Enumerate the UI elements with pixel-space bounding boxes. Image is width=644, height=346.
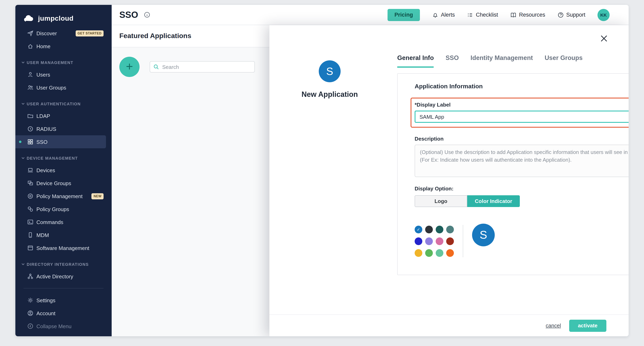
vertical-divider (463, 225, 463, 257)
page-title: SSO (119, 10, 138, 20)
sidebar-section-directory-integrations[interactable]: DIRECTORY INTEGRATIONS (15, 258, 112, 270)
display-label-input[interactable] (415, 111, 629, 123)
display-label-label: *Display Label (415, 102, 629, 108)
alerts-label: Alerts (441, 12, 455, 18)
support-button[interactable]: Support (557, 12, 585, 18)
application-identity: S New Application (293, 60, 366, 99)
tab-identity-management[interactable]: Identity Management (470, 54, 533, 68)
sidebar-item-home[interactable]: Home (15, 40, 106, 53)
top-header: SSO Pricing Alerts Checklist Resources (112, 5, 629, 25)
color-swatch[interactable] (436, 226, 443, 233)
application-name: New Application (293, 90, 366, 99)
color-swatch[interactable] (425, 237, 433, 245)
sidebar: jumpcloud Discover GET STARTED Home USER… (15, 5, 112, 336)
sidebar-item-mdm[interactable]: MDM (15, 229, 106, 241)
sidebar-item-policy-management[interactable]: Policy Management NEW (15, 190, 106, 203)
activate-button[interactable]: activate (569, 319, 606, 332)
check-icon: ✓ (417, 228, 420, 232)
sidebar-item-user-groups[interactable]: User Groups (15, 81, 106, 94)
account-icon (27, 310, 34, 316)
display-option-toggle: Logo Color Indicator (415, 195, 520, 207)
target-icon (27, 193, 34, 199)
sidebar-item-settings[interactable]: Settings (15, 294, 106, 307)
color-swatch[interactable] (425, 249, 433, 257)
color-swatch[interactable] (436, 249, 443, 257)
sidebar-item-label: Devices (36, 167, 55, 173)
sidebar-item-ldap[interactable]: LDAP (15, 109, 106, 122)
sidebar-item-users[interactable]: Users (15, 68, 106, 81)
color-indicator-option-button[interactable]: Color Indicator (467, 195, 520, 207)
sidebar-item-label: SSO (36, 139, 48, 145)
sidebar-item-radius[interactable]: RADIUS (15, 122, 106, 135)
info-icon[interactable] (144, 11, 151, 18)
cancel-button[interactable]: cancel (546, 322, 561, 328)
tab-general-info[interactable]: General Info (397, 54, 434, 68)
sidebar-item-label: Device Groups (36, 180, 71, 186)
sidebar-item-label: LDAP (36, 113, 50, 119)
sidebar-item-label: User Groups (36, 84, 66, 91)
section-title: USER MANAGEMENT (27, 60, 74, 65)
sidebar-item-active-directory[interactable]: Active Directory (15, 270, 106, 283)
logo-option-button[interactable]: Logo (415, 195, 467, 207)
jumpcloud-logo[interactable]: jumpcloud (15, 11, 112, 27)
sidebar-item-label: Commands (36, 219, 63, 225)
sidebar-item-commands[interactable]: Commands (15, 216, 106, 229)
sidebar-item-label: Settings (36, 297, 56, 303)
tab-sso[interactable]: SSO (446, 54, 459, 68)
alerts-button[interactable]: Alerts (432, 12, 455, 18)
sidebar-item-label: Discover (36, 30, 57, 36)
sidebar-item-device-groups[interactable]: Device Groups (15, 177, 106, 190)
search-box (150, 61, 255, 73)
app-window: jumpcloud Discover GET STARTED Home USER… (15, 5, 629, 336)
sidebar-item-collapse-menu[interactable]: Collapse Menu (15, 320, 106, 333)
close-icon[interactable] (600, 34, 608, 43)
window-icon (27, 245, 34, 251)
color-swatch[interactable] (446, 226, 454, 233)
sidebar-item-software-management[interactable]: Software Management (15, 241, 106, 254)
checklist-icon (467, 12, 474, 18)
color-swatch[interactable] (425, 226, 433, 233)
cloud-logo-icon (23, 15, 35, 23)
checklist-button[interactable]: Checklist (467, 12, 498, 18)
color-swatch-selected[interactable]: ✓ (415, 226, 422, 233)
sidebar-item-label: RADIUS (36, 126, 56, 132)
resources-button[interactable]: Resources (510, 12, 545, 18)
screen: jumpcloud Discover GET STARTED Home USER… (0, 0, 644, 346)
sidebar-item-sso[interactable]: SSO (15, 135, 106, 148)
sidebar-item-policy-groups[interactable]: Policy Groups (15, 203, 106, 216)
network-icon (27, 273, 34, 280)
search-input[interactable] (150, 61, 255, 73)
new-badge: NEW (92, 193, 104, 199)
circles-icon (27, 206, 34, 212)
user-groups-icon (27, 84, 34, 91)
color-swatch[interactable] (415, 237, 422, 245)
sidebar-item-discover[interactable]: Discover GET STARTED (15, 27, 106, 40)
sidebar-section-user-management[interactable]: USER MANAGEMENT (15, 57, 112, 68)
sidebar-item-label: Policy Management (36, 193, 82, 199)
discover-icon (27, 30, 34, 37)
color-swatch[interactable] (436, 237, 443, 245)
folder-icon (27, 113, 34, 119)
tab-user-groups[interactable]: User Groups (545, 54, 583, 68)
sidebar-section-user-authentication[interactable]: USER AUTHENTICATION (15, 98, 112, 109)
sidebar-item-devices[interactable]: Devices (15, 164, 106, 177)
collapse-circle-icon (27, 323, 34, 329)
avatar[interactable]: KK (598, 9, 610, 21)
sidebar-item-account[interactable]: Account (15, 307, 106, 320)
add-application-button[interactable]: + (119, 57, 140, 77)
pricing-button[interactable]: Pricing (388, 9, 420, 21)
color-swatch[interactable] (446, 237, 454, 245)
color-swatch[interactable] (446, 249, 454, 257)
color-picker-row: ✓ (415, 226, 629, 257)
device-groups-icon (27, 180, 34, 186)
application-avatar: S (319, 60, 340, 82)
app-grid-icon (27, 138, 34, 145)
sidebar-section-device-management[interactable]: DEVICE MANAGEMENT (15, 152, 112, 164)
support-label: Support (566, 12, 585, 18)
chevron-down-icon (22, 102, 25, 105)
description-field-wrap (415, 145, 629, 177)
sidebar-item-label: Users (36, 72, 50, 78)
color-swatch[interactable] (415, 249, 422, 257)
description-textarea[interactable] (415, 145, 629, 177)
sidebar-item-label: Home (36, 43, 50, 49)
